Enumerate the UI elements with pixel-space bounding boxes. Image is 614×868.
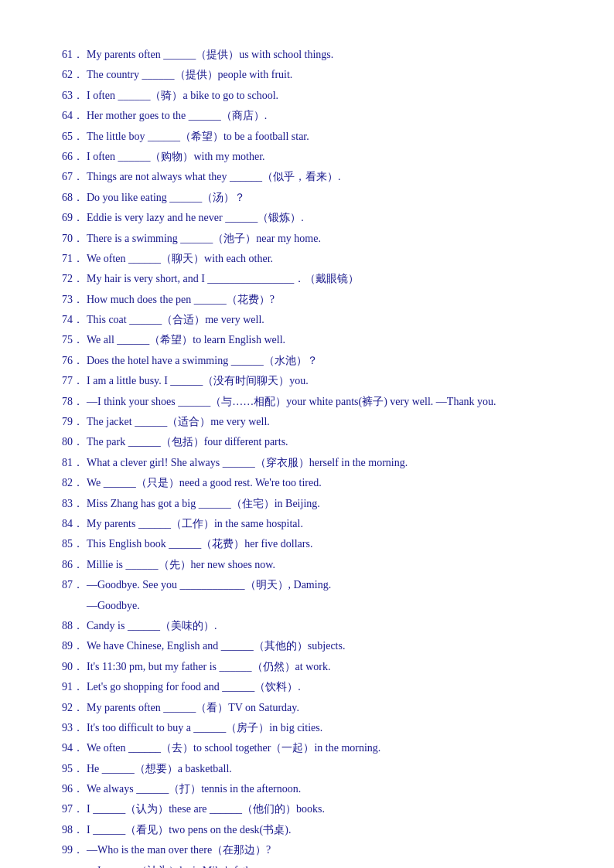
question-text: The park ______（包括）four different parts. bbox=[87, 434, 552, 451]
list-item: 69．Eddie is very lazy and he never _____… bbox=[62, 209, 552, 226]
question-text: My parents often ______（看）TV on Saturday… bbox=[87, 700, 552, 717]
question-number: 72． bbox=[62, 271, 87, 288]
question-text: Does the hotel have a swimming ______（水池… bbox=[87, 352, 552, 369]
question-text: —Goodbye. bbox=[87, 597, 552, 614]
question-number bbox=[62, 597, 87, 614]
list-item: 79．The jacket ______（适合）me very well. bbox=[62, 414, 552, 431]
question-number: 85． bbox=[62, 536, 87, 553]
question-text: The jacket ______（适合）me very well. bbox=[87, 414, 552, 431]
list-item: 97．I ______（认为）these are ______（他们的）book… bbox=[62, 801, 552, 818]
question-text: Candy is ______（美味的）. bbox=[87, 618, 552, 635]
question-number: 88． bbox=[62, 618, 87, 635]
question-text: My hair is very short, and I ___________… bbox=[87, 271, 552, 288]
list-item: 83．Miss Zhang has got a big ______（住宅）in… bbox=[62, 495, 552, 512]
question-number: 66． bbox=[62, 148, 87, 165]
list-item: 98．I ______（看见）two pens on the desk(书桌). bbox=[62, 822, 552, 839]
question-text: Millie is ______（先）her new shoes now. bbox=[87, 557, 552, 574]
list-item: 94．We often ______（去）to school together（… bbox=[62, 740, 552, 757]
list-item: 80．The park ______（包括）four different par… bbox=[62, 434, 552, 451]
question-number: 97． bbox=[62, 801, 87, 818]
question-text: We often ______（去）to school together（一起）… bbox=[87, 740, 552, 757]
question-number: 91． bbox=[62, 679, 87, 696]
question-text: Do you like eating ______（汤）？ bbox=[87, 189, 552, 206]
question-number: 62． bbox=[62, 66, 87, 83]
question-text: The country ______（提供）people with fruit. bbox=[87, 66, 552, 83]
list-item: 74．This coat ______（合适）me very well. bbox=[62, 311, 552, 328]
list-item: 64．Her mother goes to the ______（商店）. bbox=[62, 107, 552, 124]
list-item: 93．It's too difficult to buy a ______（房子… bbox=[62, 720, 552, 737]
question-number: 89． bbox=[62, 638, 87, 655]
question-text: I am a little busy. I ______（没有时间聊天）you. bbox=[87, 373, 552, 390]
question-number: 95． bbox=[62, 761, 87, 778]
question-text: The little boy ______（希望）to be a footbal… bbox=[87, 128, 552, 145]
question-number: 77． bbox=[62, 373, 87, 390]
question-number: 76． bbox=[62, 352, 87, 369]
list-item: 88．Candy is ______（美味的）. bbox=[62, 618, 552, 635]
question-number: 93． bbox=[62, 720, 87, 737]
question-text: My parents ______（工作）in the same hospita… bbox=[87, 516, 552, 533]
list-item: 72．My hair is very short, and I ________… bbox=[62, 271, 552, 288]
question-number: 94． bbox=[62, 740, 87, 757]
question-text: How much does the pen ______（花费）? bbox=[87, 291, 552, 308]
question-text: I ______（看见）two pens on the desk(书桌). bbox=[87, 822, 552, 839]
list-item: —I ______（认为）he is Mike's father. bbox=[62, 863, 552, 868]
question-text: We always ______（打）tennis in the afterno… bbox=[87, 781, 552, 798]
question-text: Eddie is very lazy and he never ______（锻… bbox=[87, 209, 552, 226]
question-text: —Goodbye. See you ____________（明天）, Dami… bbox=[87, 577, 552, 594]
list-item: 66．I often ______（购物）with my mother. bbox=[62, 148, 552, 165]
list-item: 85．This English book ______（花费）her five … bbox=[62, 536, 552, 553]
question-number: 79． bbox=[62, 414, 87, 431]
question-text: It's 11:30 pm, but my father is ______（仍… bbox=[87, 659, 552, 676]
question-text: There is a swimming ______（池子）near my ho… bbox=[87, 230, 552, 247]
question-text: My parents often ______（提供）us with schoo… bbox=[87, 46, 552, 63]
question-text: We have Chinese, English and ______（其他的）… bbox=[87, 638, 552, 655]
list-item: 89．We have Chinese, English and ______（其… bbox=[62, 638, 552, 655]
list-item: 96．We always ______（打）tennis in the afte… bbox=[62, 781, 552, 798]
question-text: Miss Zhang has got a big ______（住宅）in Be… bbox=[87, 495, 552, 512]
question-number: 90． bbox=[62, 659, 87, 676]
question-number: 73． bbox=[62, 291, 87, 308]
list-item: 95．He ______（想要）a basketball. bbox=[62, 761, 552, 778]
list-item: 99．—Who is the man over there（在那边）? bbox=[62, 842, 552, 859]
question-number: 98． bbox=[62, 822, 87, 839]
question-text: —I ______（认为）he is Mike's father. bbox=[87, 863, 552, 868]
list-item: 75．We all ______（希望）to learn English wel… bbox=[62, 332, 552, 349]
question-text: —I think your shoes ______（与……相配）your wh… bbox=[87, 393, 552, 410]
question-number: 86． bbox=[62, 557, 87, 574]
question-text: We ______（只是）need a good rest. We're too… bbox=[87, 475, 552, 492]
question-number: 99． bbox=[62, 842, 87, 859]
list-item: 70．There is a swimming ______（池子）near my… bbox=[62, 230, 552, 247]
question-number: 69． bbox=[62, 209, 87, 226]
list-item: 68．Do you like eating ______（汤）？ bbox=[62, 189, 552, 206]
question-number: 71． bbox=[62, 250, 87, 267]
question-number: 63． bbox=[62, 87, 87, 104]
list-item: 91．Let's go shopping for food and ______… bbox=[62, 679, 552, 696]
list-item: 92．My parents often ______（看）TV on Satur… bbox=[62, 700, 552, 717]
list-item: 82．We ______（只是）need a good rest. We're … bbox=[62, 475, 552, 492]
list-item: 86．Millie is ______（先）her new shoes now. bbox=[62, 557, 552, 574]
list-item: 65．The little boy ______（希望）to be a foot… bbox=[62, 128, 552, 145]
list-item: 61．My parents often ______（提供）us with sc… bbox=[62, 46, 552, 63]
question-text: —Who is the man over there（在那边）? bbox=[87, 842, 552, 859]
list-item: 84．My parents ______（工作）in the same hosp… bbox=[62, 516, 552, 533]
question-number: 83． bbox=[62, 495, 87, 512]
question-number: 96． bbox=[62, 781, 87, 798]
question-number: 64． bbox=[62, 107, 87, 124]
list-item: 63．I often ______（骑）a bike to go to scho… bbox=[62, 87, 552, 104]
question-number: 61． bbox=[62, 46, 87, 63]
question-number: 78． bbox=[62, 393, 87, 410]
list-item: 81．What a clever girl! She always ______… bbox=[62, 454, 552, 471]
question-text: I often ______（骑）a bike to go to school. bbox=[87, 87, 552, 104]
question-number: 75． bbox=[62, 332, 87, 349]
question-list: 61．My parents often ______（提供）us with sc… bbox=[62, 46, 552, 868]
question-text: This English book ______（花费）her five dol… bbox=[87, 536, 552, 553]
list-item: 76．Does the hotel have a swimming ______… bbox=[62, 352, 552, 369]
list-item: 77．I am a little busy. I ______（没有时间聊天）y… bbox=[62, 373, 552, 390]
question-text: He ______（想要）a basketball. bbox=[87, 761, 552, 778]
question-number: 87． bbox=[62, 577, 87, 594]
list-item: 67．Things are not always what they _____… bbox=[62, 168, 552, 186]
question-number: 84． bbox=[62, 516, 87, 533]
question-text: Her mother goes to the ______（商店）. bbox=[87, 107, 552, 124]
list-item: 73．How much does the pen ______（花费）? bbox=[62, 291, 552, 308]
list-item: 62．The country ______（提供）people with fru… bbox=[62, 66, 552, 83]
